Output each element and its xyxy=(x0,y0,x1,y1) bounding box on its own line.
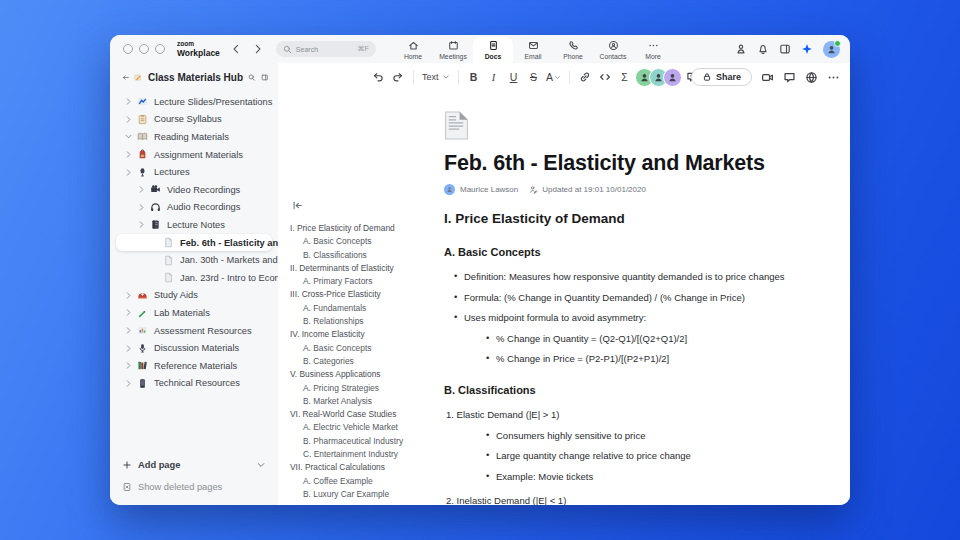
outline-item[interactable]: B. Classifications xyxy=(290,249,440,262)
doc-bullet-item[interactable]: •% Change in Price = (P2-P1)/[(P2+P1)/2] xyxy=(444,353,826,365)
outline-item[interactable]: B. Relationships xyxy=(290,315,440,328)
tree-item-audio-recordings[interactable]: Audio Recordings xyxy=(116,199,272,217)
chevron-down-icon[interactable] xyxy=(256,460,266,470)
outline-item[interactable]: IV. Income Elasticity xyxy=(290,328,440,341)
search-input[interactable]: Search ⌘F xyxy=(276,41,376,57)
doc-bullet-item[interactable]: •Example: Movie tickets xyxy=(444,471,826,483)
chevron-right-icon[interactable] xyxy=(124,308,133,317)
chevron-right-icon[interactable] xyxy=(137,220,146,229)
doc-bullet-item[interactable]: •Definition: Measures how responsive qua… xyxy=(444,271,826,283)
tab-docs[interactable]: Docs xyxy=(473,37,513,63)
document-title[interactable]: Feb. 6th - Elasticity and Markets xyxy=(444,150,826,176)
nav-back-icon[interactable] xyxy=(230,43,242,55)
chevron-right-icon[interactable] xyxy=(124,291,133,300)
nav-forward-icon[interactable] xyxy=(252,43,264,55)
chevron-right-icon[interactable] xyxy=(124,168,133,177)
tree-item-reference-materials[interactable]: Reference Materials xyxy=(116,357,272,375)
chevron-right-icon[interactable] xyxy=(124,115,133,124)
code-block-button[interactable] xyxy=(597,68,612,86)
italic-button[interactable]: I xyxy=(486,68,501,86)
doc-bullet-item[interactable]: •% Change in Quantity = (Q2-Q1)/[(Q2+Q1)… xyxy=(444,333,826,345)
outline-collapse-icon[interactable] xyxy=(292,200,303,211)
tree-item-feb-6th-elasticity-and-m[interactable]: Feb. 6th - Elasticity and M... xyxy=(116,234,272,252)
outline-item[interactable]: A. Coffee Example xyxy=(290,475,440,488)
undo-button[interactable] xyxy=(371,68,386,86)
doc-subheading[interactable]: A. Basic Concepts xyxy=(444,246,826,259)
tree-item-jan-23rd-intro-to-econo[interactable]: Jan. 23rd - Intro to Econo... xyxy=(116,269,272,287)
profile-icon[interactable] xyxy=(735,43,747,55)
chevron-right-icon[interactable] xyxy=(137,185,146,194)
video-call-icon[interactable] xyxy=(761,71,774,84)
chevron-right-icon[interactable] xyxy=(124,379,133,388)
doc-bullet-item[interactable]: •Consumers highly sensitive to price xyxy=(444,430,826,442)
collaborator-avatar[interactable] xyxy=(663,68,682,87)
tree-item-lecture-slides-presentations[interactable]: Lecture Slides/Presentations xyxy=(116,93,272,111)
tree-item-technical-resources[interactable]: Technical Resources xyxy=(116,375,272,393)
share-button[interactable]: Share xyxy=(691,68,752,86)
chat-icon[interactable] xyxy=(783,71,796,84)
globe-icon[interactable] xyxy=(805,71,818,84)
show-deleted-pages-button[interactable]: Show deleted pages xyxy=(122,477,266,497)
outline-item[interactable]: C. Entertainment Industry xyxy=(290,448,440,461)
window-control-button[interactable] xyxy=(155,44,165,54)
underline-button[interactable]: U xyxy=(506,68,521,86)
doc-heading[interactable]: I. Price Elasticity of Demand xyxy=(444,211,826,227)
outline-item[interactable]: III. Cross-Price Elasticity xyxy=(290,288,440,301)
tree-item-course-syllabus[interactable]: Course Syllabus xyxy=(116,111,272,129)
doc-bullet-item[interactable]: •Large quantity change relative to price… xyxy=(444,450,826,462)
doc-numbered-item[interactable]: 2. Inelastic Demand (|E| < 1) xyxy=(444,495,826,506)
doc-subheading[interactable]: B. Classifications xyxy=(444,384,826,397)
outline-item[interactable]: A. Fundamentals xyxy=(290,302,440,315)
chevron-right-icon[interactable] xyxy=(124,97,133,106)
outline-item[interactable]: VI. Real-World Case Studies xyxy=(290,408,440,421)
doc-numbered-item[interactable]: 1. Elastic Demand (|E| > 1) xyxy=(444,409,826,421)
ai-companion-icon[interactable] xyxy=(801,43,813,55)
sidebar-search-icon[interactable] xyxy=(248,72,255,83)
tree-item-lab-materials[interactable]: Lab Materials xyxy=(116,304,272,322)
strikethrough-button[interactable]: S xyxy=(526,68,541,86)
outline-item[interactable]: A. Basic Concepts xyxy=(290,235,440,248)
tab-contacts[interactable]: Contacts xyxy=(593,37,633,63)
tree-item-discussion-materials[interactable]: Discussion Materials xyxy=(116,339,272,357)
back-arrow-icon[interactable] xyxy=(122,72,129,83)
outline-item[interactable]: A. Electric Vehicle Market xyxy=(290,421,440,434)
window-control-button[interactable] xyxy=(123,44,133,54)
bell-icon[interactable] xyxy=(757,43,769,55)
user-avatar[interactable] xyxy=(823,41,840,58)
tree-item-reading-materials[interactable]: Reading Materials xyxy=(116,128,272,146)
outline-item[interactable]: B. Luxury Car Example xyxy=(290,488,440,501)
redo-button[interactable] xyxy=(391,68,406,86)
tab-home[interactable]: Home xyxy=(393,37,433,63)
chevron-right-icon[interactable] xyxy=(124,344,133,353)
insert-link-button[interactable] xyxy=(577,68,592,86)
bold-button[interactable]: B xyxy=(466,68,481,86)
chevron-right-icon[interactable] xyxy=(124,150,133,159)
add-page-button[interactable]: Add page xyxy=(122,455,266,475)
tree-item-assignment-materials[interactable]: Assignment Materials xyxy=(116,146,272,164)
window-control-button[interactable] xyxy=(139,44,149,54)
outline-item[interactable]: A. Pricing Strategies xyxy=(290,382,440,395)
outline-item[interactable]: I. Price Elasticity of Demand xyxy=(290,222,440,235)
tree-item-assessment-resources[interactable]: Assessment Resources xyxy=(116,322,272,340)
outline-item[interactable]: A. Primary Factors xyxy=(290,275,440,288)
text-color-dropdown[interactable]: A xyxy=(546,68,561,86)
outline-item[interactable]: II. Determinants of Elasticity xyxy=(290,262,440,275)
document-canvas[interactable]: Feb. 6th - Elasticity and Markets Mauric… xyxy=(444,91,826,505)
tree-item-jan-30th-markets-and-p[interactable]: Jan. 30th - Markets and P... xyxy=(116,251,272,269)
tab-phone[interactable]: Phone xyxy=(553,37,593,63)
outline-item[interactable]: V. Business Applications xyxy=(290,368,440,381)
tab-email[interactable]: Email xyxy=(513,37,553,63)
tree-item-lecture-notes[interactable]: Lecture Notes xyxy=(116,216,272,234)
chevron-right-icon[interactable] xyxy=(124,326,133,335)
text-style-dropdown[interactable]: Text xyxy=(422,72,450,82)
outline-item[interactable]: B. Categories xyxy=(290,355,440,368)
chevron-right-icon[interactable] xyxy=(124,361,133,370)
equation-button[interactable]: Σ xyxy=(617,68,632,86)
sidebar-collapse-icon[interactable] xyxy=(261,72,268,83)
tree-item-study-aids[interactable]: Study Aids xyxy=(116,287,272,305)
outline-item[interactable]: B. Pharmaceutical Industry xyxy=(290,435,440,448)
outline-item[interactable]: B. Market Analysis xyxy=(290,395,440,408)
tab-more[interactable]: More xyxy=(633,37,673,63)
doc-bullet-item[interactable]: •Formula: (% Change in Quantity Demanded… xyxy=(444,292,826,304)
outline-item[interactable]: A. Basic Concepts xyxy=(290,342,440,355)
